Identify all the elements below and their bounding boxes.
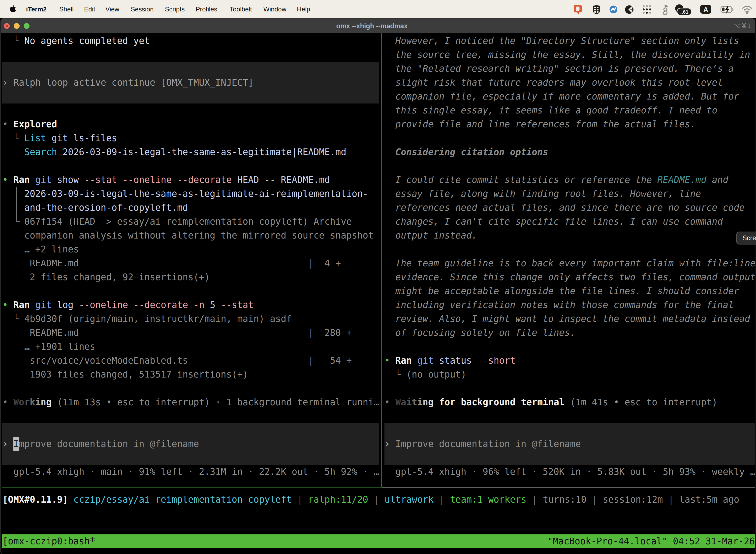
thinking-paragraph: provide file and line references from th… (384, 117, 695, 131)
session-status-line: gpt-5.4 xhigh · 96% left · 520K in · 5.8… (384, 465, 755, 479)
session-status-line: gpt-5.4 xhigh · main · 91% left · 2.31M … (2, 465, 379, 479)
menu-item-scripts[interactable]: Scripts (165, 0, 185, 18)
menu-item-iterm2[interactable]: iTerm2 (26, 0, 47, 18)
agents-status-line: └ No agents completed yet (2, 34, 150, 48)
menu-item-help[interactable]: Help (297, 0, 310, 18)
git-log-output: └ 4b9d30f (origin/main, instructkr/main,… (2, 312, 292, 326)
explored-list-line: └ List git ls-files (2, 131, 117, 145)
prompt-input-text: › Improve documentation in @filename (384, 437, 581, 451)
tmux-session-label: [omx-cczip0:bash* (2, 535, 95, 548)
menu-item-session[interactable]: Session (131, 0, 154, 18)
ran-git-status-line: • Ran git status --short (384, 354, 515, 368)
window-titlebar[interactable]: omx --xhigh --madmax ⌥⌘1 (1, 19, 755, 33)
window-shortcut-badge: ⌥⌘1 (734, 19, 751, 33)
git-show-output: README.md | 4 + (2, 257, 341, 270)
pane-border-left (2, 487, 382, 488)
git-show-arg-line: and-the-erosion-of-copyleft.md (2, 201, 188, 215)
menu-item-view[interactable]: View (106, 0, 119, 18)
thinking-paragraph: the source tree, missing the essay. Stil… (384, 48, 750, 62)
thinking-paragraph: of focusing solely on file lines. (384, 326, 575, 340)
screen-sharing-pill[interactable]: Scre (737, 232, 756, 244)
cloud-badge-icon[interactable]: ..61 (675, 0, 692, 18)
git-show-output: … +2 lines (2, 242, 79, 257)
prompt-input-text: › Improve documentation in @filename (2, 437, 199, 451)
apple-icon[interactable] (10, 5, 16, 13)
git-log-output: README.md | 280 + (2, 326, 352, 340)
thinking-paragraph: The team guideline is to back every impo… (384, 257, 755, 270)
thinking-paragraph: companion file, especially if more comme… (384, 90, 739, 104)
ran-git-show-line: • Ran git show --stat --oneline --decora… (2, 173, 330, 187)
activity-pulse-icon[interactable] (610, 0, 617, 18)
git-show-arg-line: 2026-03-09-is-legal-the-same-as-legitima… (2, 187, 368, 201)
wireguard-icon[interactable] (662, 0, 669, 18)
thinking-paragraph: including verification notes with those … (384, 298, 734, 312)
thinking-paragraph: the "Related research writing" section i… (384, 62, 734, 76)
tmux-host-clock: "MacBook-Pro-44.local" 04:52 31-Mar-26 (548, 535, 755, 548)
git-log-output: 1903 files changed, 513517 insertions(+) (2, 368, 248, 382)
pane-border-right (382, 487, 755, 488)
menu-bar: iTerm2ShellEditViewSessionScriptsProfile… (0, 0, 756, 18)
git-log-output: … +1901 lines (2, 340, 95, 354)
working-status-line: • Working (11m 13s • esc to interrupt) ·… (2, 395, 379, 409)
menu-item-toolbelt[interactable]: Toolbelt (230, 0, 252, 18)
thinking-paragraph: slight risk that future readers may over… (384, 76, 723, 90)
window-title: omx --xhigh --madmax (1, 19, 755, 33)
injected-prompt-text: › Ralph loop active continue [OMX_TMUX_I… (2, 76, 253, 90)
git-show-output: companion analysis without altering the … (2, 229, 374, 242)
ran-git-log-line: • Ran git log --oneline --decorate -n 5 … (2, 298, 253, 312)
thinking-paragraph: evidence. Since this change only affects… (384, 270, 755, 284)
iterm2-window: omx --xhigh --madmax ⌥⌘1 └ No agents com… (1, 19, 755, 554)
waiting-status-line: • Waiting for background terminal (1m 41… (384, 395, 717, 409)
thinking-paragraph: I could cite commit statistics or refere… (384, 173, 728, 187)
git-show-output: 2 files changed, 92 insertions(+) (2, 270, 210, 284)
thinking-paragraph: essay file, along with finding root file… (384, 187, 701, 201)
git-status-output: └ (no output) (384, 368, 466, 382)
explored-search-line: Search 2026-03-09-is-legal-the-same-as-l… (2, 145, 346, 159)
thinking-header: Considering citation options (384, 145, 548, 159)
wifi-icon[interactable] (742, 0, 752, 18)
thinking-paragraph: might be acceptable alongside the file l… (384, 284, 739, 298)
thinking-paragraph: this single essay, it seems like a good … (384, 104, 717, 117)
shutter-icon[interactable] (625, 0, 633, 18)
menu-item-profiles[interactable]: Profiles (196, 0, 217, 18)
git-show-output: 067f154 (HEAD -> essay/ai-reimplementati… (2, 215, 352, 229)
cloud-badge-text: ..61 (680, 9, 689, 15)
terminal[interactable]: └ No agents completed yet› Ralph loop ac… (1, 33, 755, 554)
pane-divider[interactable] (381, 33, 382, 487)
dots-grid-icon[interactable] (642, 0, 651, 18)
shield-grid-icon[interactable] (593, 0, 600, 18)
explored-header: • Explored (2, 117, 57, 131)
thinking-paragraph: However, I noticed the "Directory Struct… (384, 34, 739, 48)
menu-item-shell[interactable]: Shell (59, 0, 74, 18)
omx-status-text: [OMX#0.11.9] cczip/essay/ai-reimplementa… (2, 493, 739, 507)
keyboard-layout-letter: A (703, 6, 708, 13)
keyboard-layout-icon[interactable]: A (700, 0, 711, 18)
thinking-paragraph: references need actual files, and since … (384, 201, 745, 215)
menu-item-edit[interactable]: Edit (84, 0, 95, 18)
thinking-paragraph: changes, I can't cite specific file line… (384, 215, 723, 229)
menu-item-window[interactable]: Window (263, 0, 286, 18)
battery-charging-icon[interactable] (720, 0, 734, 18)
tmux-status-bar: [omx-cczip0:bash* "MacBook-Pro-44.local"… (2, 535, 755, 548)
thinking-paragraph: review. Also, I might want to inspect th… (384, 312, 750, 326)
git-log-output: src/voice/voiceModeEnabled.ts | 54 + (2, 354, 352, 368)
thinking-paragraph: output instead. (384, 229, 477, 242)
chat-app-icon[interactable] (574, 0, 582, 18)
